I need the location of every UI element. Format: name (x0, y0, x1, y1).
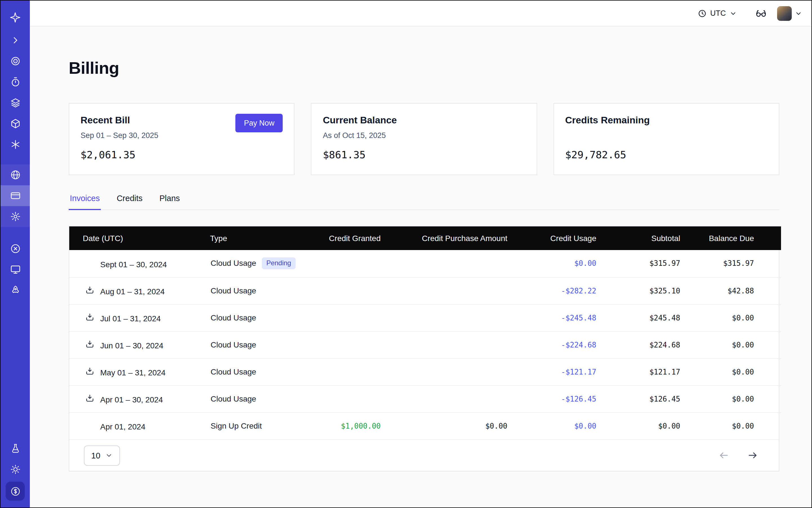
invoice-type: Cloud Usage (211, 286, 256, 295)
cube-icon[interactable] (1, 113, 30, 134)
pager-arrows (718, 450, 759, 461)
arrow-left-icon (718, 450, 730, 461)
chevron-down-icon (795, 9, 803, 17)
credit-usage-value: -$121.17 (521, 358, 610, 385)
sidebar-billing-group (1, 164, 30, 227)
column-header-subtotal: Subtotal (610, 226, 694, 250)
credit-usage-value: $0.00 (521, 250, 610, 277)
credit-purchase-value (394, 331, 521, 358)
invoice-date: Aug 01 – 31, 2024 (100, 287, 165, 296)
balance-due-value: $0.00 (694, 358, 781, 385)
sun-icon[interactable] (1, 459, 30, 480)
invoice-date: Apr 01, 2024 (100, 422, 145, 431)
download-invoice-icon[interactable] (85, 312, 95, 322)
rocket-icon[interactable] (1, 280, 30, 301)
account-menu[interactable] (777, 6, 803, 20)
table-header-row: Date (UTC) Type Credit Granted Credit Pu… (69, 226, 781, 250)
download-invoice-icon[interactable] (85, 367, 95, 376)
table-row: Sept 01 – 30, 2024 Cloud UsagePending $0… (69, 250, 781, 277)
balance-due-value: $315.97 (694, 250, 781, 277)
app-logo-icon[interactable] (1, 7, 30, 28)
layers-icon[interactable] (1, 92, 30, 113)
expand-sidebar-chevron-right-icon[interactable] (1, 30, 30, 51)
subtotal-value: $121.17 (610, 358, 694, 385)
page-size-value: 10 (91, 451, 100, 460)
credit-granted-value (297, 358, 394, 385)
topbar: UTC (30, 1, 811, 27)
user-avatar (777, 6, 792, 20)
card-title: Current Balance (323, 114, 525, 127)
credit-granted-value (297, 304, 394, 331)
card-subtitle-spacer (565, 131, 768, 140)
credit-purchase-value: $0.00 (394, 412, 521, 439)
credit-usage-value: -$224.68 (521, 331, 610, 358)
clock-icon (698, 9, 707, 18)
credit-granted-value (297, 250, 394, 277)
column-header-credit-granted: Credit Granted (297, 226, 394, 250)
tab-credits[interactable]: Credits (116, 194, 143, 210)
balance-as-of-date: As of Oct 15, 2025 (323, 131, 525, 140)
credit-granted-value (297, 385, 394, 412)
billing-page: UTC Billing Recent Bill Pay Now Sep 01 –… (0, 0, 812, 508)
arrow-right-icon (747, 450, 759, 461)
download-invoice-icon[interactable] (85, 340, 95, 349)
pay-now-button[interactable]: Pay Now (236, 114, 283, 132)
credit-purchase-value (394, 358, 521, 385)
invoice-type: Cloud Usage (211, 367, 256, 376)
previous-page-button[interactable] (718, 450, 730, 461)
sidebar (1, 1, 30, 507)
tab-plans[interactable]: Plans (158, 194, 181, 210)
download-invoice-icon[interactable] (85, 394, 95, 403)
circle-x-icon[interactable] (1, 238, 30, 259)
invoice-date: Jun 01 – 30, 2024 (100, 341, 163, 350)
globe-icon[interactable] (1, 164, 30, 185)
recent-bill-amount: $2,061.35 (81, 149, 283, 161)
status-badge: Pending (262, 258, 296, 269)
table-row: Jun 01 – 30, 2024 Cloud Usage -$224.68 $… (69, 331, 781, 358)
balance-due-value: $0.00 (694, 385, 781, 412)
asterisk-icon[interactable] (1, 134, 30, 155)
settings-gear-icon[interactable] (1, 206, 30, 227)
subtotal-value: $224.68 (610, 331, 694, 358)
pagination: 10 (69, 439, 779, 471)
table-row: Jul 01 – 31, 2024 Cloud Usage -$245.48 $… (69, 304, 781, 331)
credit-card-icon[interactable] (1, 185, 30, 206)
summary-cards: Recent Bill Pay Now Sep 01 – Sep 30, 202… (69, 103, 779, 175)
glasses-icon[interactable] (755, 7, 767, 19)
invoice-date: May 01 – 31, 2024 (100, 368, 166, 377)
page-size-select[interactable]: 10 (84, 445, 120, 465)
display-icon[interactable] (1, 259, 30, 280)
credit-purchase-value (394, 385, 521, 412)
radar-icon[interactable] (1, 51, 30, 72)
credit-usage-value: -$126.45 (521, 385, 610, 412)
credit-usage-value: -$245.48 (521, 304, 610, 331)
table-row: Aug 01 – 31, 2024 Cloud Usage -$282.22 $… (69, 277, 781, 304)
tab-invoices[interactable]: Invoices (69, 194, 101, 210)
download-invoice-icon[interactable] (85, 286, 95, 295)
card-title: Credits Remaining (565, 114, 768, 127)
invoice-type: Cloud Usage (211, 394, 256, 403)
timezone-selector[interactable]: UTC (698, 9, 737, 18)
timezone-label: UTC (710, 9, 726, 17)
next-page-button[interactable] (747, 450, 759, 461)
current-balance-amount: $861.35 (323, 149, 525, 161)
invoice-date: Jul 01 – 31, 2024 (100, 314, 161, 323)
table-row: May 01 – 31, 2024 Cloud Usage -$121.17 $… (69, 358, 781, 385)
flask-icon[interactable] (1, 438, 30, 459)
credit-purchase-value (394, 277, 521, 304)
table-row: Apr 01 – 30, 2024 Cloud Usage -$126.45 $… (69, 385, 781, 412)
dollar-icon[interactable] (6, 481, 25, 501)
column-header-type: Type (210, 226, 297, 250)
balance-due-value: $0.00 (694, 304, 781, 331)
main-content: Billing Recent Bill Pay Now Sep 01 – Sep… (30, 27, 811, 507)
invoice-type: Sign Up Credit (211, 422, 262, 431)
current-balance-card: Current Balance As of Oct 15, 2025 $861.… (311, 103, 537, 175)
credit-usage-value: -$282.22 (521, 277, 610, 304)
subtotal-value: $315.97 (610, 250, 694, 277)
column-header-date: Date (UTC) (69, 226, 210, 250)
timer-icon[interactable] (1, 72, 30, 92)
subtotal-value: $245.48 (610, 304, 694, 331)
balance-due-value: $42.88 (694, 277, 781, 304)
credit-granted-value: $1,000.00 (297, 412, 394, 439)
invoice-table-body: Sept 01 – 30, 2024 Cloud UsagePending $0… (69, 250, 781, 439)
